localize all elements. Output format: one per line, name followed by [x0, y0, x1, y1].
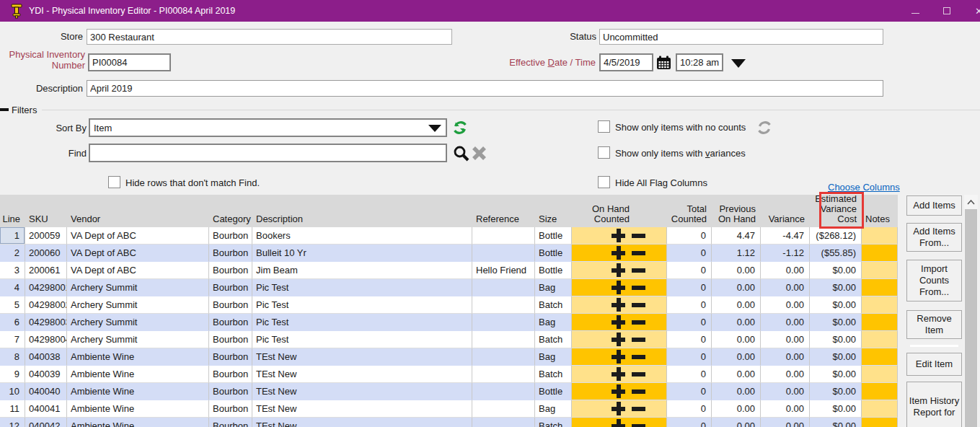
decrement-count-button[interactable] [632, 389, 645, 394]
increment-count-button[interactable] [612, 263, 625, 277]
cell-vendor: Archery Summit [67, 331, 209, 348]
cell-count[interactable] [572, 418, 667, 427]
cell-notes[interactable] [862, 262, 898, 279]
cell-sku: 04298003 [25, 314, 67, 331]
status-input[interactable] [599, 29, 883, 45]
cell-notes[interactable] [862, 296, 898, 314]
import-counts-from-button[interactable]: Import Counts From... [906, 260, 962, 301]
cell-count[interactable] [572, 383, 667, 400]
decrement-count-button[interactable] [632, 268, 645, 273]
cell-count[interactable] [572, 279, 667, 296]
cell-size: Batch [535, 296, 572, 314]
table-row[interactable]: 8040038Ambiente WineBourbonTEst NewBag00… [0, 348, 898, 366]
cell-count[interactable] [572, 331, 667, 348]
vertical-scrollbar[interactable] [964, 195, 978, 427]
increment-count-button[interactable] [612, 367, 625, 381]
hide-flag-columns-checkbox[interactable] [598, 176, 610, 188]
increment-count-button[interactable] [612, 350, 625, 364]
sort-by-dropdown[interactable]: Item [89, 118, 447, 137]
item-history-report-button[interactable]: Item History Report for [906, 382, 962, 427]
table-row[interactable]: 604298003Archery SummitBourbonPic TestBa… [0, 314, 898, 331]
scroll-up-icon[interactable] [964, 196, 978, 208]
increment-count-button[interactable] [612, 281, 625, 294]
cell-notes[interactable] [862, 366, 898, 383]
increment-count-button[interactable] [612, 229, 625, 242]
cell-count[interactable] [572, 400, 667, 418]
table-row[interactable]: 12040042Ambiente WineBourbonTEst NewBatc… [0, 418, 898, 427]
minimize-button[interactable] [903, 0, 927, 22]
increment-count-button[interactable] [612, 333, 625, 346]
remove-item-button[interactable]: Remove Item [906, 310, 962, 339]
cell-notes[interactable] [862, 348, 898, 366]
decrement-count-button[interactable] [632, 234, 645, 238]
scrollbar-thumb[interactable] [965, 209, 977, 427]
decrement-count-button[interactable] [632, 424, 645, 427]
time-dropdown-arrow-icon[interactable] [731, 59, 746, 68]
cell-notes[interactable] [862, 383, 898, 400]
column-header-size: Size [535, 195, 572, 227]
decrement-count-button[interactable] [632, 251, 645, 255]
search-icon[interactable] [453, 145, 469, 164]
cell-count[interactable] [572, 227, 667, 245]
decrement-count-button[interactable] [632, 286, 645, 290]
add-items-from-button[interactable]: Add Items From... [906, 223, 962, 252]
add-items-button[interactable]: Add Items [906, 195, 962, 216]
show-no-counts-checkbox[interactable] [598, 120, 610, 133]
table-row[interactable]: 1200059VA Dept of ABCBourbonBookersBottl… [0, 227, 898, 245]
increment-count-button[interactable] [612, 246, 625, 260]
cell-notes[interactable] [862, 245, 898, 262]
refresh-sort-icon[interactable] [452, 120, 468, 138]
table-row[interactable]: 3200061VA Dept of ABCBourbonJim BeamHell… [0, 262, 898, 279]
choose-columns-link[interactable]: Choose Columns [828, 182, 900, 193]
decrement-count-button[interactable] [632, 338, 645, 342]
show-variances-checkbox-label: Show only items with variances [615, 148, 746, 159]
increment-count-button[interactable] [612, 419, 625, 427]
cell-notes[interactable] [862, 314, 898, 331]
cell-count[interactable] [572, 245, 667, 262]
cell-notes[interactable] [862, 331, 898, 348]
decrement-count-button[interactable] [632, 303, 645, 307]
effective-time-input[interactable] [676, 53, 723, 71]
close-button[interactable]: ✕ [969, 0, 980, 22]
clear-find-icon[interactable] [472, 146, 487, 164]
table-row[interactable]: 9040039Ambiente WineBourbonTEst NewBatch… [0, 366, 898, 383]
increment-count-button[interactable] [612, 384, 625, 398]
increment-count-button[interactable] [612, 402, 625, 415]
increment-count-button[interactable] [612, 315, 625, 329]
pi-number-input[interactable] [88, 53, 171, 71]
filters-collapse-toggle[interactable] [0, 108, 9, 111]
table-row[interactable]: 504298002Archery SummitBourbonPic TestBa… [0, 296, 898, 314]
effective-date-input[interactable] [599, 53, 653, 71]
cell-reference [472, 348, 535, 366]
cell-count[interactable] [572, 262, 667, 279]
cell-prev: 0.00 [712, 383, 761, 400]
description-input[interactable] [87, 80, 883, 97]
hide-rows-checkbox[interactable] [108, 176, 120, 188]
cell-notes[interactable] [862, 400, 898, 418]
cell-count[interactable] [572, 296, 667, 314]
calendar-icon[interactable] [656, 56, 671, 70]
edit-item-button[interactable]: Edit Item [906, 353, 962, 376]
find-input[interactable] [89, 144, 447, 162]
decrement-count-button[interactable] [632, 372, 645, 377]
store-input[interactable] [87, 29, 452, 45]
table-row[interactable]: 10040040Ambiente WineBourbonTEst NewBott… [0, 383, 898, 400]
show-variances-checkbox[interactable] [598, 146, 610, 159]
increment-count-button[interactable] [612, 298, 625, 312]
table-row[interactable]: 11040041Ambiente WineBourbonTEst NewBag0… [0, 400, 898, 418]
table-row[interactable]: 2200060VA Dept of ABCBourbonBulleit 10 Y… [0, 245, 898, 262]
table-row[interactable]: 704298004Archery SummitBourbonPic TestBa… [0, 331, 898, 348]
cell-count[interactable] [572, 314, 667, 331]
maximize-button[interactable] [935, 0, 959, 22]
decrement-count-button[interactable] [632, 355, 645, 359]
cell-notes[interactable] [862, 227, 898, 245]
decrement-count-button[interactable] [632, 320, 645, 325]
decrement-count-button[interactable] [632, 407, 645, 411]
cell-notes[interactable] [862, 418, 898, 427]
table-row[interactable]: 404298001Archery SummitBourbonPic TestBa… [0, 279, 898, 296]
cell-reference [472, 279, 535, 296]
refresh-counts-icon[interactable] [756, 120, 772, 138]
cell-count[interactable] [572, 366, 667, 383]
cell-notes[interactable] [862, 279, 898, 296]
cell-count[interactable] [572, 348, 667, 366]
